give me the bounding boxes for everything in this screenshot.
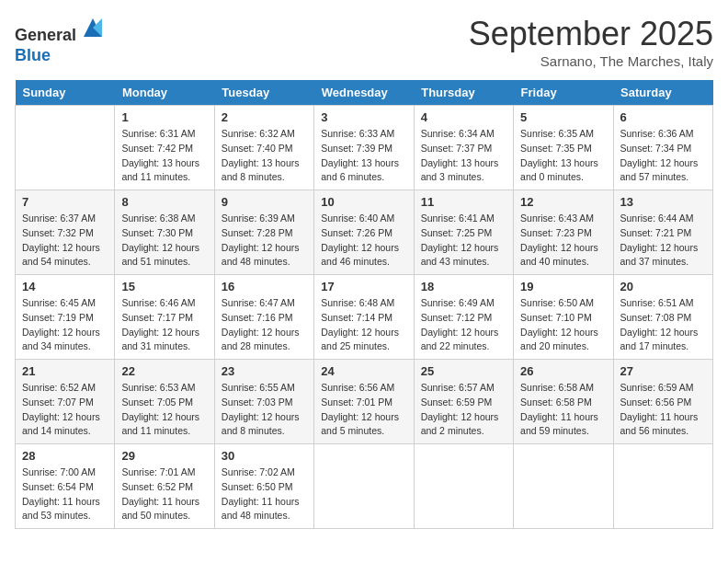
calendar-week-3: 14Sunrise: 6:45 AMSunset: 7:19 PMDayligh…: [16, 275, 713, 360]
day-number: 18: [421, 280, 506, 293]
day-detail: Sunrise: 6:33 AMSunset: 7:39 PMDaylight:…: [321, 127, 406, 185]
day-number: 19: [520, 280, 606, 293]
calendar-cell: 16Sunrise: 6:47 AMSunset: 7:16 PMDayligh…: [214, 275, 313, 360]
day-detail: Sunrise: 6:31 AMSunset: 7:42 PMDaylight:…: [121, 127, 207, 185]
day-number: 3: [321, 110, 406, 124]
calendar-header-row: SundayMondayTuesdayWednesdayThursdayFrid…: [16, 80, 713, 106]
calendar-cell: 20Sunrise: 6:51 AMSunset: 7:08 PMDayligh…: [613, 275, 712, 360]
day-detail: Sunrise: 6:32 AMSunset: 7:40 PMDaylight:…: [222, 127, 307, 185]
day-number: 26: [520, 364, 606, 378]
logo-text: General Blue: [15, 15, 106, 65]
day-detail: Sunrise: 6:52 AMSunset: 7:07 PMDaylight:…: [22, 381, 108, 439]
day-detail: Sunrise: 7:01 AMSunset: 6:52 PMDaylight:…: [121, 465, 207, 523]
day-detail: Sunrise: 6:57 AMSunset: 6:59 PMDaylight:…: [421, 381, 506, 439]
day-number: 16: [222, 280, 307, 293]
day-detail: Sunrise: 6:50 AMSunset: 7:10 PMDaylight:…: [520, 296, 606, 354]
day-detail: Sunrise: 6:59 AMSunset: 6:56 PMDaylight:…: [620, 381, 706, 439]
calendar-cell: 14Sunrise: 6:45 AMSunset: 7:19 PMDayligh…: [16, 275, 115, 360]
calendar-cell: 24Sunrise: 6:56 AMSunset: 7:01 PMDayligh…: [314, 360, 414, 444]
day-detail: Sunrise: 6:58 AMSunset: 6:58 PMDaylight:…: [520, 381, 606, 439]
day-detail: Sunrise: 6:40 AMSunset: 7:26 PMDaylight:…: [321, 212, 406, 270]
logo-blue: Blue: [15, 46, 51, 64]
day-detail: Sunrise: 6:44 AMSunset: 7:21 PMDaylight:…: [620, 212, 706, 270]
calendar-header-saturday: Saturday: [613, 80, 712, 106]
day-number: 4: [421, 110, 506, 124]
calendar-cell: 2Sunrise: 6:32 AMSunset: 7:40 PMDaylight…: [214, 106, 313, 190]
day-number: 22: [121, 364, 207, 378]
calendar-cell: 27Sunrise: 6:59 AMSunset: 6:56 PMDayligh…: [613, 360, 712, 444]
calendar-header-friday: Friday: [514, 80, 613, 106]
calendar-cell: 15Sunrise: 6:46 AMSunset: 7:17 PMDayligh…: [115, 275, 214, 360]
day-number: 13: [620, 195, 706, 209]
calendar-cell: 7Sunrise: 6:37 AMSunset: 7:32 PMDaylight…: [16, 190, 115, 275]
calendar-cell: 23Sunrise: 6:55 AMSunset: 7:03 PMDayligh…: [214, 360, 313, 444]
calendar-cell: 25Sunrise: 6:57 AMSunset: 6:59 PMDayligh…: [414, 360, 513, 444]
calendar-week-4: 21Sunrise: 6:52 AMSunset: 7:07 PMDayligh…: [16, 360, 713, 444]
calendar-cell: 18Sunrise: 6:49 AMSunset: 7:12 PMDayligh…: [414, 275, 513, 360]
day-number: 11: [421, 195, 506, 209]
day-detail: Sunrise: 6:36 AMSunset: 7:34 PMDaylight:…: [620, 127, 706, 185]
logo-general: General: [15, 26, 76, 44]
calendar-cell: 17Sunrise: 6:48 AMSunset: 7:14 PMDayligh…: [314, 275, 414, 360]
day-detail: Sunrise: 6:37 AMSunset: 7:32 PMDaylight:…: [22, 212, 108, 270]
logo-icon: [80, 15, 106, 40]
calendar-cell: 12Sunrise: 6:43 AMSunset: 7:23 PMDayligh…: [514, 190, 613, 275]
day-detail: Sunrise: 7:02 AMSunset: 6:50 PMDaylight:…: [222, 465, 307, 523]
calendar-cell: [514, 444, 613, 529]
day-number: 29: [121, 449, 207, 463]
day-number: 2: [222, 110, 307, 124]
calendar-cell: 30Sunrise: 7:02 AMSunset: 6:50 PMDayligh…: [214, 444, 313, 529]
calendar-header-thursday: Thursday: [414, 80, 513, 106]
day-detail: Sunrise: 6:48 AMSunset: 7:14 PMDaylight:…: [321, 296, 406, 354]
day-number: 12: [520, 195, 606, 209]
day-number: 28: [22, 449, 108, 463]
logo: General Blue: [15, 15, 106, 65]
calendar-header-sunday: Sunday: [16, 80, 115, 106]
day-number: 1: [121, 110, 207, 124]
day-number: 17: [321, 280, 406, 293]
day-number: 15: [121, 280, 207, 293]
day-detail: Sunrise: 6:55 AMSunset: 7:03 PMDaylight:…: [222, 381, 307, 439]
calendar-header-monday: Monday: [115, 80, 214, 106]
calendar-cell: 29Sunrise: 7:01 AMSunset: 6:52 PMDayligh…: [115, 444, 214, 529]
calendar-cell: 10Sunrise: 6:40 AMSunset: 7:26 PMDayligh…: [314, 190, 414, 275]
calendar-cell: 5Sunrise: 6:35 AMSunset: 7:35 PMDaylight…: [514, 106, 613, 190]
calendar-week-1: 1Sunrise: 6:31 AMSunset: 7:42 PMDaylight…: [16, 106, 713, 190]
day-number: 30: [222, 449, 307, 463]
calendar-cell: [16, 106, 115, 190]
day-number: 7: [22, 195, 108, 209]
day-number: 25: [421, 364, 506, 378]
day-number: 8: [121, 195, 207, 209]
day-detail: Sunrise: 6:45 AMSunset: 7:19 PMDaylight:…: [22, 296, 108, 354]
calendar-cell: 26Sunrise: 6:58 AMSunset: 6:58 PMDayligh…: [514, 360, 613, 444]
calendar-table: SundayMondayTuesdayWednesdayThursdayFrid…: [15, 80, 713, 529]
day-detail: Sunrise: 7:00 AMSunset: 6:54 PMDaylight:…: [22, 465, 108, 523]
day-detail: Sunrise: 6:56 AMSunset: 7:01 PMDaylight:…: [321, 381, 406, 439]
day-detail: Sunrise: 6:38 AMSunset: 7:30 PMDaylight:…: [121, 212, 207, 270]
calendar-cell: 11Sunrise: 6:41 AMSunset: 7:25 PMDayligh…: [414, 190, 513, 275]
calendar-cell: 1Sunrise: 6:31 AMSunset: 7:42 PMDaylight…: [115, 106, 214, 190]
calendar-cell: [613, 444, 712, 529]
day-number: 24: [321, 364, 406, 378]
day-detail: Sunrise: 6:53 AMSunset: 7:05 PMDaylight:…: [121, 381, 207, 439]
subtitle: Sarnano, The Marches, Italy: [469, 53, 713, 69]
day-number: 20: [620, 280, 706, 293]
calendar-cell: 22Sunrise: 6:53 AMSunset: 7:05 PMDayligh…: [115, 360, 214, 444]
calendar-cell: 21Sunrise: 6:52 AMSunset: 7:07 PMDayligh…: [16, 360, 115, 444]
title-block: September 2025 Sarnano, The Marches, Ita…: [469, 15, 713, 69]
day-detail: Sunrise: 6:35 AMSunset: 7:35 PMDaylight:…: [520, 127, 606, 185]
calendar-body: 1Sunrise: 6:31 AMSunset: 7:42 PMDaylight…: [16, 106, 713, 529]
page-header: General Blue September 2025 Sarnano, The…: [15, 15, 713, 69]
day-detail: Sunrise: 6:46 AMSunset: 7:17 PMDaylight:…: [121, 296, 207, 354]
day-number: 23: [222, 364, 307, 378]
day-detail: Sunrise: 6:49 AMSunset: 7:12 PMDaylight:…: [421, 296, 506, 354]
day-number: 5: [520, 110, 606, 124]
calendar-header-wednesday: Wednesday: [314, 80, 414, 106]
day-detail: Sunrise: 6:51 AMSunset: 7:08 PMDaylight:…: [620, 296, 706, 354]
day-number: 27: [620, 364, 706, 378]
day-number: 21: [22, 364, 108, 378]
calendar-cell: [414, 444, 513, 529]
calendar-cell: 4Sunrise: 6:34 AMSunset: 7:37 PMDaylight…: [414, 106, 513, 190]
calendar-cell: 8Sunrise: 6:38 AMSunset: 7:30 PMDaylight…: [115, 190, 214, 275]
day-detail: Sunrise: 6:34 AMSunset: 7:37 PMDaylight:…: [421, 127, 506, 185]
